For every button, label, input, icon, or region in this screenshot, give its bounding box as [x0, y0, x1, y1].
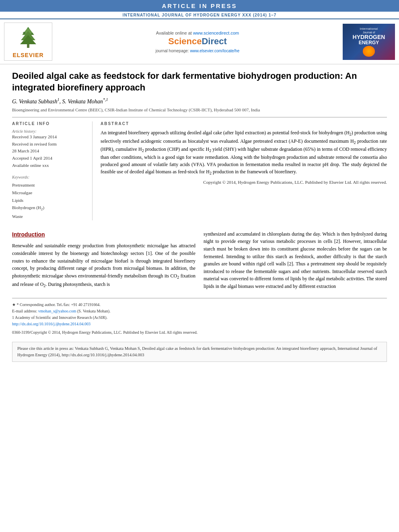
article-history-label: Article history: [12, 129, 86, 134]
svg-point-5 [31, 33, 33, 35]
journal-homepage: journal homepage: www.elsevier.com/locat… [58, 49, 337, 53]
footer-copyright: 0360-3199/Copyright © 2014, Hydrogen Ene… [12, 329, 387, 336]
header-area: ELSEVIER Available online at www.science… [0, 19, 399, 64]
abstract-column: ABSTRACT An integrated biorefinery appro… [101, 121, 387, 220]
sciencedirect-logo: ScienceDirect [58, 36, 337, 47]
svg-point-4 [23, 32, 25, 34]
received-date: Received 3 January 2014 [12, 134, 86, 141]
keyword-5: Waste [12, 213, 86, 220]
email-person: (S. Venkata Mohan). [77, 309, 111, 313]
abstract-paragraph: An integrated biorefinery approach utili… [101, 129, 387, 177]
article-history: Received 3 January 2014 Received in revi… [12, 134, 86, 169]
available-online-text: Available online at www.sciencedirect.co… [58, 31, 337, 35]
keyword-1: Pretreatment [12, 181, 86, 189]
available-online: Available online xxx [12, 162, 86, 169]
elsevier-wordmark: ELSEVIER [6, 52, 50, 58]
elsevier-tree-icon [12, 25, 44, 49]
body-columns: Introduction Renewable and sustainable e… [12, 230, 387, 290]
introduction-section: Introduction Renewable and sustainable e… [12, 230, 387, 290]
he-logo-circle-icon [363, 46, 375, 56]
journal-homepage-url: www.elsevier.com/locate/he [190, 49, 239, 53]
citation-box: Please cite this article in press as: Ve… [12, 342, 387, 362]
email-note: E-mail address: vmohan_s@yahoo.com (S. V… [12, 308, 387, 314]
email-label: E-mail address: [12, 309, 37, 313]
doi-link[interactable]: http://dx.doi.org/10.1016/j.ijhydene.201… [12, 322, 90, 326]
authors-line: G. Venkata Subhash1, S. Venkata Mohan*,1 [12, 97, 387, 105]
he-logo-line4: ENERGY [346, 40, 392, 46]
main-content: Deoiled algal cake as feedstock for dark… [0, 70, 399, 370]
he-logo-line1: International [346, 27, 392, 31]
header-center: Available online at www.sciencedirect.co… [58, 31, 337, 53]
corresponding-text: * Corresponding author. Tel./fax: +91 40… [17, 302, 101, 307]
hydrogen-energy-logo: International Journal of HYDROGEN ENERGY [343, 24, 395, 60]
banner-text: ARTICLE IN PRESS [162, 2, 237, 9]
footnotes-section: ★ * Corresponding author. Tel./fax: +91 … [12, 298, 387, 336]
academy-note: 1 Academy of Scientific and Innovative R… [12, 314, 387, 321]
received-revised-date: Received in revised form 28 March 2014 [12, 141, 86, 155]
accepted-date: Accepted 1 April 2014 [12, 155, 86, 162]
author1-sup: 1 [57, 97, 59, 102]
body-right-col: synthesized and accumulated in chloropla… [204, 230, 387, 290]
abstract-heading: ABSTRACT [101, 121, 387, 126]
citation-text: Please cite this article in press as: Ve… [17, 346, 377, 357]
keyword-4: Biohydrogen (H2) [12, 204, 86, 213]
email-link[interactable]: vmohan_s@yahoo.com [38, 309, 76, 313]
author2-sup: *,1 [103, 97, 108, 102]
article-in-press-banner: ARTICLE IN PRESS [0, 0, 399, 12]
abstract-text: An integrated biorefinery approach utili… [101, 129, 387, 177]
affiliation-text: Bioengineering and Environmental Centre … [12, 107, 387, 113]
intro-title: Introduction [12, 230, 195, 239]
intro-right-text: synthesized and accumulated in chloropla… [204, 230, 387, 290]
keyword-3: Lipids [12, 197, 86, 204]
author1-name: G. Venkata Subhash [12, 99, 57, 105]
revised-date: 28 March 2014 [12, 148, 39, 153]
article-title: Deoiled algal cake as feedstock for dark… [12, 70, 387, 93]
star-icon: ★ [12, 302, 16, 307]
author2-name: S. Venkata Mohan [62, 99, 103, 105]
journal-title-text: INTERNATIONAL JOURNAL OF HYDROGEN ENERGY… [123, 13, 277, 17]
article-info-heading: ARTICLE INFO [12, 121, 86, 126]
info-abstract-columns: ARTICLE INFO Article history: Received 3… [12, 121, 387, 220]
abstract-copyright: Copyright © 2014, Hydrogen Energy Public… [101, 180, 387, 185]
keywords-label: Keywords: [12, 175, 86, 179]
intro-left-text: Renewable and sustainable energy product… [12, 242, 195, 289]
journal-title-bar: INTERNATIONAL JOURNAL OF HYDROGEN ENERGY… [0, 12, 399, 19]
svg-point-6 [27, 27, 29, 29]
keywords-section: Keywords: Pretreatment Microalgae Lipids… [12, 175, 86, 220]
sciencedirect-url[interactable]: www.sciencedirect.com [193, 31, 239, 35]
elsevier-logo: ELSEVIER [4, 23, 52, 61]
keyword-2: Microalgae [12, 189, 86, 197]
divider-1 [12, 117, 387, 117]
received-revised-text: Received in revised form [12, 142, 57, 146]
he-logo-line3: HYDROGEN [346, 34, 392, 40]
body-left-col: Introduction Renewable and sustainable e… [12, 230, 195, 290]
corresponding-author-note: ★ * Corresponding author. Tel./fax: +91 … [12, 302, 387, 308]
article-info-column: ARTICLE INFO Article history: Received 3… [12, 121, 93, 220]
